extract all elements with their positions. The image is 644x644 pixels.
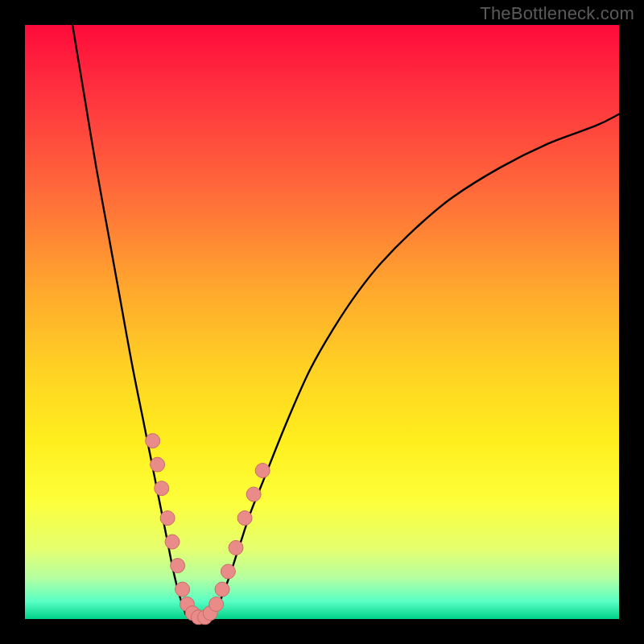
data-marker — [175, 582, 190, 597]
data-marker — [221, 564, 235, 579]
data-marker — [160, 511, 175, 526]
chart-svg — [25, 25, 619, 619]
data-marker — [155, 481, 169, 496]
data-marker — [246, 487, 261, 502]
data-marker — [146, 434, 160, 448]
data-marker — [237, 511, 252, 526]
data-marker — [255, 464, 270, 478]
watermark-text: TheBottleneck.com — [480, 3, 634, 24]
data-marker — [171, 559, 185, 573]
data-marker — [151, 457, 165, 472]
bottleneck-curve — [72, 25, 619, 620]
data-marker — [209, 597, 224, 612]
curve-layer — [72, 25, 619, 620]
plot-area — [25, 25, 619, 619]
data-marker — [229, 540, 243, 555]
data-marker — [215, 582, 229, 597]
data-marker — [165, 535, 180, 549]
chart-frame: TheBottleneck.com — [0, 0, 644, 644]
